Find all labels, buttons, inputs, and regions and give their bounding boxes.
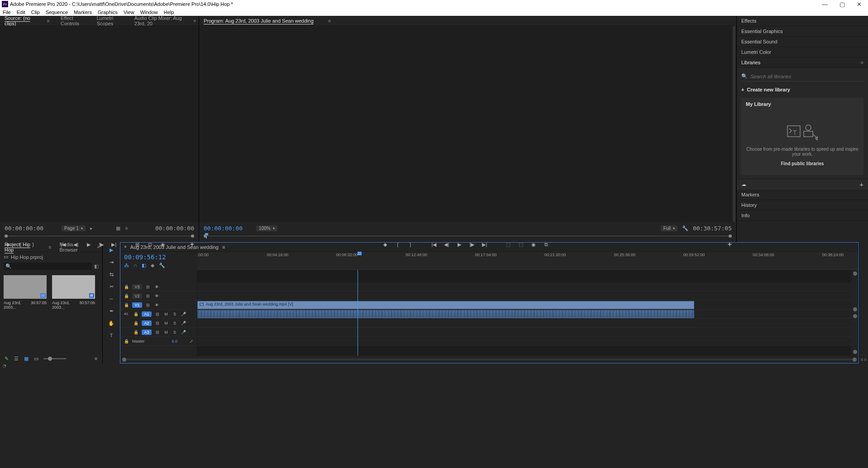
tab-essential-sound[interactable]: Essential Sound [737,37,868,47]
program-add-button[interactable]: + [728,240,732,248]
master-value[interactable]: 0.0 [172,339,177,344]
prog-step-fwd-icon[interactable]: |▶ [469,242,475,248]
source-add-button[interactable]: + [190,240,194,248]
goto-out-icon[interactable]: ▶| [111,242,117,248]
source-mini-ruler[interactable] [5,234,194,239]
solo-icon[interactable]: S [172,321,177,325]
lock-icon[interactable]: 🔒 [124,285,129,289]
tab-lumetri-scopes[interactable]: Lumetri Scopes [95,14,124,27]
tab-audio-mixer[interactable]: Audio Clip Mixer: Aug 23rd, 20 [133,14,185,27]
track-header-master[interactable]: 🔒Master0.0⤢ [120,337,197,346]
sync-lock-icon[interactable]: ⊟ [155,321,160,325]
eye-icon[interactable]: 👁 [154,285,159,289]
prog-marker-icon[interactable]: ◆ [382,242,388,248]
libraries-search-input[interactable] [750,74,863,79]
tab-info[interactable]: Info [737,210,868,221]
razor-tool-icon[interactable]: ✂ [107,282,116,291]
program-tc-current[interactable]: 00:00:00:00 [204,225,243,232]
find-public-libraries-link[interactable]: Find public libraries [746,161,859,166]
video-clip[interactable]: Aug 23rd, 2003 Julie and Sean wedding.mp… [197,301,694,309]
voiceover-icon[interactable]: 🎤 [181,330,186,334]
track-header-v3[interactable]: 🔒V3⊟👁 [120,282,197,291]
eye-icon[interactable]: 👁 [154,294,159,298]
program-resolution-dropdown[interactable]: Full [661,225,677,231]
linked-selection-icon[interactable]: ∩ [134,263,137,268]
prog-mark-in-icon[interactable]: { [395,242,401,247]
lock-icon[interactable]: 🔒 [124,303,129,307]
voiceover-icon[interactable]: 🎤 [181,312,186,316]
source-patch[interactable]: A1 [124,312,130,316]
step-fwd-icon[interactable]: |▶ [98,242,105,248]
mark-out-icon[interactable]: } [30,242,36,248]
my-library-header[interactable]: My Library [741,98,863,110]
playhead-icon[interactable] [358,252,362,255]
project-filter-icon[interactable]: ◧ [94,263,99,269]
project-item[interactable]: ▤ Aug 23rd, 2003...30:57:05 [52,275,95,310]
eye-icon[interactable]: 👁 [154,303,159,307]
sync-lock-icon[interactable]: ⊟ [145,285,151,289]
add-marker-icon[interactable]: ◆ [5,242,11,248]
tab-history[interactable]: History [737,200,868,210]
sync-lock-icon[interactable]: ⊟ [155,330,160,334]
tab-markers[interactable]: Markers [737,190,868,200]
program-tc-duration[interactable]: 00:30:57:05 [693,225,732,232]
close-button[interactable]: ✕ [857,1,862,8]
maximize-button[interactable]: ▢ [839,1,845,8]
source-tc-out[interactable]: 00:00:00:00 [155,225,194,232]
lift-icon[interactable]: ⬚ [505,242,511,248]
program-zoom-dropdown[interactable]: 100% [256,225,277,231]
source-page-dropdown[interactable]: Page 1 [62,225,86,231]
project-search-box[interactable]: 🔍 [4,263,91,270]
tab-effects[interactable]: Effects [737,16,868,26]
track-label[interactable]: A1 [142,311,152,317]
collapse-icon[interactable]: ⤢ [190,339,193,344]
lock-icon[interactable]: 🔒 [134,330,138,334]
extract-icon[interactable]: ⬚ [518,242,524,248]
create-library-button[interactable]: + Create new library [741,87,863,92]
project-item[interactable]: ▯▯ Aug 23rd, 2003...30:57:05 [4,275,47,310]
solo-icon[interactable]: S [172,312,177,316]
track-label[interactable]: V3 [132,284,142,290]
audio-clip[interactable] [197,310,694,318]
timeline-ruler[interactable]: :00:00 00:04:16:00 00:08:32:00 00:12:48:… [197,252,858,270]
track-label[interactable]: V1 [132,302,142,308]
thumbnail-size-slider[interactable] [43,358,66,359]
source-list-icon[interactable]: ≡ [125,225,128,231]
minimize-button[interactable]: — [822,1,828,8]
list-view-icon[interactable]: ☰ [14,356,19,362]
tab-lumetri-color[interactable]: Lumetri Color [737,47,868,57]
track-label[interactable]: V2 [132,293,142,299]
timeline-timecode[interactable]: 00:09:56:12 [124,253,194,261]
sort-icon[interactable]: ≡ [93,356,99,361]
track-label[interactable]: A3 [142,330,152,335]
compare-icon[interactable]: ⧉ [543,242,549,248]
source-tc-in[interactable]: 00:00:00:00 [5,225,43,232]
sync-lock-icon[interactable]: ⊟ [145,294,151,298]
source-play-marker-icon[interactable]: ▸ [90,225,93,231]
track-header-v1[interactable]: 🔒V1⊟👁 [120,301,197,310]
track-header-a2[interactable]: 🔒A2⊟MS🎤 [120,319,197,328]
step-back-icon[interactable]: ◀| [73,242,79,248]
libraries-menu-icon[interactable]: ≡ [861,60,863,65]
mute-icon[interactable]: M [163,312,169,316]
icon-view-icon[interactable]: ▦ [24,356,29,362]
slip-tool-icon[interactable]: ↔ [107,295,116,303]
lock-icon[interactable]: 🔒 [134,312,138,316]
playhead-line[interactable] [358,270,358,356]
lock-icon[interactable]: 🔒 [134,321,138,325]
prog-goto-out-icon[interactable]: ▶| [482,242,488,248]
lock-icon[interactable]: 🔒 [124,294,129,298]
tab-effect-controls[interactable]: Effect Controls [59,14,86,27]
track-header-v2[interactable]: 🔒V2⊟👁 [120,291,197,301]
track-header-a1[interactable]: A1🔒A1⊟MS🎤 [120,310,197,319]
library-add-button[interactable]: + [859,181,863,188]
voiceover-icon[interactable]: 🎤 [181,321,186,325]
program-scrollbar[interactable] [733,26,735,222]
mark-in-icon[interactable]: { [17,242,24,248]
sync-lock-icon[interactable]: ⊟ [145,303,151,307]
timeline-vscroll[interactable] [851,270,858,356]
tab-source[interactable]: Source: (no clips) [3,14,34,27]
track-content[interactable]: Aug 23rd, 2003 Julie and Sean wedding.mp… [197,270,851,356]
play-icon[interactable]: ▶ [86,242,92,248]
track-select-tool-icon[interactable]: ⇥ [107,258,116,266]
